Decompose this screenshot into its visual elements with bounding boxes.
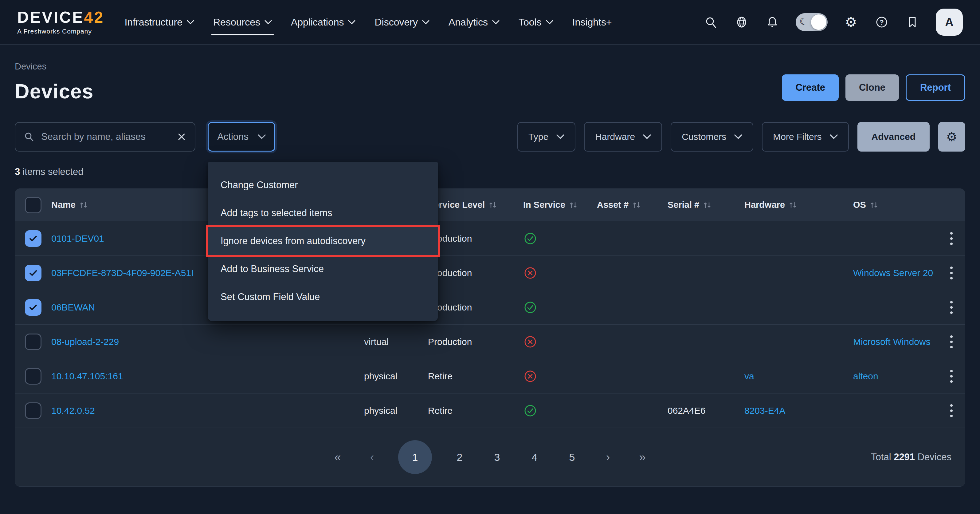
row-checkbox[interactable]: [25, 334, 41, 350]
page-3-button[interactable]: 3: [487, 451, 507, 463]
page-2-button[interactable]: 2: [450, 451, 469, 463]
column-header-serial[interactable]: Serial #: [668, 200, 730, 210]
nav-applications[interactable]: Applications: [291, 11, 356, 34]
sort-icon[interactable]: [703, 201, 711, 209]
table-row: 0101-DEV01 Production: [15, 221, 965, 256]
table-settings-button[interactable]: ⚙: [938, 122, 965, 152]
clone-button[interactable]: Clone: [845, 74, 899, 101]
row-checkbox[interactable]: [25, 299, 41, 316]
sort-icon[interactable]: [488, 201, 497, 209]
row-menu-kebab-icon[interactable]: [948, 402, 955, 420]
device-name-link[interactable]: 10.42.0.52: [51, 405, 95, 416]
menu-item-add-to-business-service[interactable]: Add to Business Service: [208, 255, 438, 283]
device-name-link[interactable]: 06BEWAN: [51, 302, 95, 312]
page-header: Devices Devices Create Clone Report: [0, 45, 980, 103]
total-devices: Total 2291 Devices: [871, 452, 951, 463]
first-page-button[interactable]: «: [329, 451, 346, 464]
sort-icon[interactable]: [789, 201, 797, 209]
nav-insights[interactable]: Insights+: [572, 11, 612, 34]
actions-label: Actions: [217, 131, 248, 142]
device-name-link[interactable]: 08-upload-2-229: [51, 337, 119, 347]
menu-item-change-customer[interactable]: Change Customer: [208, 171, 438, 199]
search-icon[interactable]: [703, 15, 718, 30]
advanced-button[interactable]: Advanced: [858, 122, 930, 152]
row-menu-kebab-icon[interactable]: [948, 230, 955, 247]
breadcrumb[interactable]: Devices: [15, 61, 965, 72]
actions-dropdown-button[interactable]: Actions: [208, 122, 275, 152]
report-button[interactable]: Report: [906, 74, 965, 101]
settings-gear-icon[interactable]: ⚙: [843, 15, 858, 30]
nav-label: Analytics: [449, 17, 488, 28]
logo-tagline: A Freshworks Company: [17, 28, 104, 35]
os-link[interactable]: Windows Server 20: [853, 268, 933, 278]
os-link[interactable]: alteon: [853, 371, 878, 381]
table-row: 10.42.0.52 physical Retire 062A4E6 8203-…: [15, 393, 965, 428]
device42-logo[interactable]: DEVICE42 A Freshworks Company: [17, 9, 104, 35]
chevron-down-icon: [734, 134, 742, 139]
table-row: 06BEWAN physical Production: [15, 290, 965, 325]
row-checkbox[interactable]: [25, 265, 41, 281]
service-level-cell: Retire: [414, 405, 509, 416]
search-input[interactable]: [41, 131, 170, 142]
menu-item-add-tags[interactable]: Add tags to selected items: [208, 199, 438, 227]
type-cell: virtual: [340, 337, 414, 347]
sort-icon[interactable]: [79, 201, 88, 209]
hardware-filter[interactable]: Hardware: [584, 122, 662, 152]
row-checkbox[interactable]: [25, 368, 41, 385]
row-menu-kebab-icon[interactable]: [948, 333, 955, 351]
sort-icon[interactable]: [569, 201, 578, 209]
more-filters[interactable]: More Filters: [762, 122, 848, 152]
notifications-bell-icon[interactable]: [765, 15, 780, 30]
page-1-button[interactable]: 1: [398, 440, 432, 474]
globe-icon[interactable]: [734, 15, 749, 30]
type-filter[interactable]: Type: [517, 122, 575, 152]
nav-label: Infrastructure: [124, 17, 183, 28]
device-name-link[interactable]: 03FFCDFE-873D-4F09-902E-A51I: [51, 268, 194, 278]
chevron-down-icon: [264, 20, 272, 24]
search-box[interactable]: [15, 122, 196, 152]
row-menu-kebab-icon[interactable]: [948, 264, 955, 282]
column-header-asset[interactable]: Asset #: [597, 200, 654, 210]
nav-infrastructure[interactable]: Infrastructure: [124, 11, 194, 34]
menu-item-ignore-devices-from-autodiscovery[interactable]: Ignore devices from autodiscovery: [208, 227, 438, 255]
customers-filter[interactable]: Customers: [671, 122, 753, 152]
avatar[interactable]: A: [936, 9, 963, 36]
help-icon[interactable]: ?: [874, 15, 889, 30]
hardware-link[interactable]: va: [745, 371, 754, 381]
search-icon: [24, 132, 34, 142]
in-service-yes-icon: [523, 300, 583, 314]
next-page-button[interactable]: ›: [600, 451, 616, 464]
device-name-link[interactable]: 0101-DEV01: [51, 233, 104, 243]
logo-42: 42: [84, 8, 105, 26]
page-4-button[interactable]: 4: [525, 451, 544, 463]
column-header-service-level[interactable]: Service Level: [428, 200, 509, 210]
sort-icon[interactable]: [870, 201, 878, 209]
nav-tools[interactable]: Tools: [519, 11, 553, 34]
menu-item-set-custom-field-value[interactable]: Set Custom Field Value: [208, 283, 438, 311]
column-header-in-service[interactable]: In Service: [523, 200, 583, 210]
nav-analytics[interactable]: Analytics: [449, 11, 500, 34]
clear-search-icon[interactable]: [177, 132, 186, 141]
device-name-link[interactable]: 10.10.47.105:161: [51, 371, 123, 381]
sort-icon[interactable]: [632, 201, 641, 209]
nav-resources[interactable]: Resources: [213, 11, 272, 34]
table-row: 03FFCDFE-873D-4F09-902E-A51I Production …: [15, 256, 965, 290]
os-link[interactable]: Microsoft Windows: [853, 337, 931, 347]
hardware-link[interactable]: 8203-E4A: [745, 405, 785, 416]
table-row: 10.10.47.105:161 physical Retire va alte…: [15, 359, 965, 393]
row-checkbox[interactable]: [25, 230, 41, 247]
column-header-hardware[interactable]: Hardware: [745, 200, 832, 210]
bookmark-icon[interactable]: [905, 15, 920, 30]
create-button[interactable]: Create: [782, 74, 839, 101]
select-all-checkbox[interactable]: [25, 197, 41, 213]
row-menu-kebab-icon[interactable]: [948, 367, 955, 385]
last-page-button[interactable]: »: [634, 451, 651, 464]
theme-toggle[interactable]: ☾: [795, 13, 827, 31]
prev-page-button[interactable]: ‹: [364, 451, 380, 464]
filter-label: Hardware: [595, 132, 635, 142]
column-header-os[interactable]: OS: [853, 200, 938, 210]
row-menu-kebab-icon[interactable]: [948, 299, 955, 316]
row-checkbox[interactable]: [25, 402, 41, 419]
page-5-button[interactable]: 5: [562, 451, 582, 463]
nav-discovery[interactable]: Discovery: [374, 11, 429, 34]
